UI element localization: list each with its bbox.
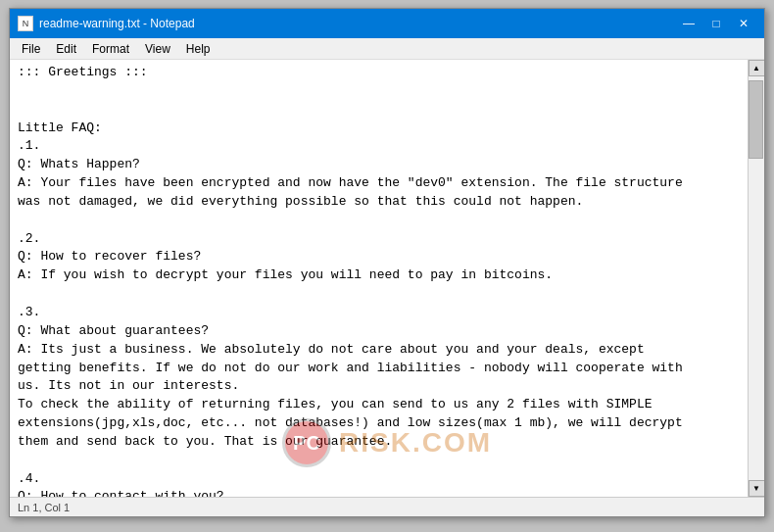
title-controls: — □ ✕ <box>676 14 756 33</box>
content-wrapper: ::: Greetings ::: Little FAQ: .1. Q: Wha… <box>10 60 764 497</box>
title-bar: N readme-warning.txt - Notepad — □ ✕ <box>10 9 764 38</box>
status-bar: Ln 1, Col 1 <box>10 497 764 516</box>
scroll-down-button[interactable]: ▼ <box>749 480 765 497</box>
menu-bar: File Edit Format View Help <box>10 38 764 60</box>
scroll-up-button[interactable]: ▲ <box>749 60 765 76</box>
cursor-position: Ln 1, Col 1 <box>18 502 70 513</box>
menu-help[interactable]: Help <box>178 40 218 58</box>
text-editor[interactable]: ::: Greetings ::: Little FAQ: .1. Q: Wha… <box>10 60 748 497</box>
close-button[interactable]: ✕ <box>731 14 756 33</box>
menu-format[interactable]: Format <box>84 40 137 58</box>
vertical-scrollbar[interactable]: ▲ ▼ <box>748 60 764 497</box>
maximize-button[interactable]: □ <box>703 14 729 33</box>
scroll-track[interactable] <box>749 76 764 480</box>
menu-edit[interactable]: Edit <box>48 40 84 58</box>
minimize-button[interactable]: — <box>676 14 701 33</box>
menu-view[interactable]: View <box>137 40 178 58</box>
notepad-window: N readme-warning.txt - Notepad — □ ✕ Fil… <box>9 8 765 517</box>
menu-file[interactable]: File <box>14 40 48 58</box>
window-title: readme-warning.txt - Notepad <box>39 17 195 30</box>
app-icon: N <box>18 16 33 31</box>
title-bar-left: N readme-warning.txt - Notepad <box>18 16 195 31</box>
scroll-thumb[interactable] <box>749 80 763 159</box>
